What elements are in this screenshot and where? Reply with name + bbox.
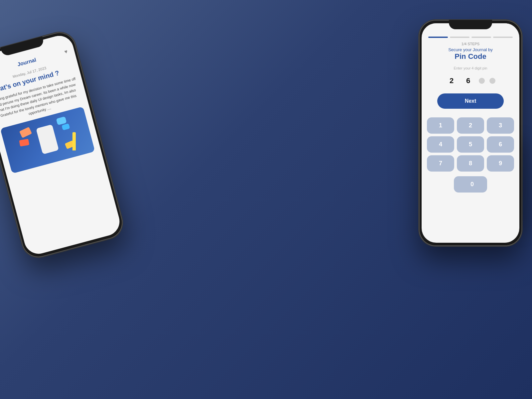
key-0[interactable]: 0 xyxy=(454,176,487,193)
key-6[interactable]: 6 xyxy=(487,136,514,153)
pin-title-line1: Secure your Journal by xyxy=(422,47,519,52)
key-4[interactable]: 4 xyxy=(427,136,454,153)
next-button[interactable]: Next xyxy=(437,93,504,109)
pin-dots-row: 2 6 xyxy=(422,75,519,87)
progress-segment-2 xyxy=(450,37,469,38)
journal-content: Monday, Jul 17, 2023 What's on your mind… xyxy=(0,55,123,257)
progress-segment-1 xyxy=(428,37,448,38)
art-phone-shape xyxy=(36,124,59,154)
phone-right: 1/4 STEPS Secure your Journal by Pin Cod… xyxy=(419,20,522,246)
phone-left: × Journal ♥ Monday, Jul 17, 2023 What's … xyxy=(0,29,126,261)
key-8[interactable]: 8 xyxy=(457,155,484,172)
key-7[interactable]: 7 xyxy=(427,155,454,172)
progress-segment-3 xyxy=(471,37,491,38)
key-3[interactable]: 3 xyxy=(487,117,514,134)
pin-dot-3 xyxy=(479,78,485,84)
key-1[interactable]: 1 xyxy=(427,117,454,134)
screen-left: × Journal ♥ Monday, Jul 17, 2023 What's … xyxy=(0,33,123,257)
keypad: 1 2 3 4 5 6 7 8 9 xyxy=(422,115,519,176)
key-2[interactable]: 2 xyxy=(457,117,484,134)
art-pencil xyxy=(72,132,76,150)
art-envelope-1 xyxy=(19,127,32,138)
steps-label: 1/4 STEPS xyxy=(422,42,519,46)
keypad-zero-row: 0 xyxy=(422,176,519,198)
pin-digit-2: 6 xyxy=(462,75,474,87)
pin-dot-4 xyxy=(489,78,495,84)
journal-title: Journal xyxy=(17,57,37,67)
notch-right xyxy=(449,20,492,29)
art-chat-bubble-2 xyxy=(62,123,70,130)
screen-right: 1/4 STEPS Secure your Journal by Pin Cod… xyxy=(422,23,519,243)
pin-digit-1: 2 xyxy=(446,75,458,87)
art-envelope-2 xyxy=(19,139,29,147)
heart-icon[interactable]: ♥ xyxy=(64,49,68,55)
pin-title-line2: Pin Code xyxy=(422,52,519,61)
progress-bar xyxy=(422,35,519,39)
progress-segment-4 xyxy=(493,37,513,38)
key-5[interactable]: 5 xyxy=(457,136,484,153)
art-chat-bubble-1 xyxy=(56,116,66,125)
pin-subtitle: Enter your 4 digit pin xyxy=(422,66,519,70)
key-9[interactable]: 9 xyxy=(487,155,514,172)
